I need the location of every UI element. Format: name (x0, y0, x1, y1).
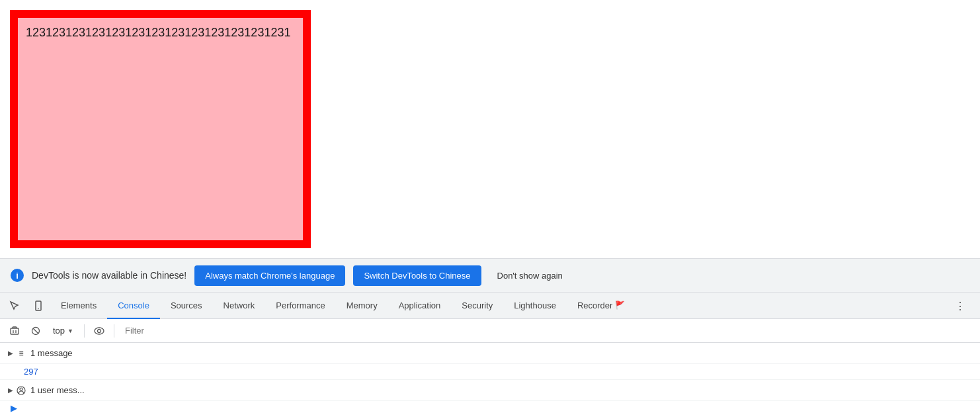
svg-point-1 (38, 308, 39, 310)
user-icon (16, 385, 26, 396)
console-row-user[interactable]: ▶ 1 user mess... (0, 380, 980, 401)
switch-chinese-button[interactable]: Switch DevTools to Chinese (353, 265, 481, 286)
tab-sources[interactable]: Sources (160, 293, 213, 319)
list-icon-1: ≡ (16, 348, 26, 359)
eye-button[interactable] (90, 322, 108, 340)
block-icon-button[interactable] (26, 322, 45, 340)
console-row-arrow[interactable]: ▶ (0, 401, 980, 415)
context-selector[interactable]: top ▼ (48, 324, 79, 337)
cursor-icon (9, 300, 20, 311)
dont-show-again-button[interactable]: Don't show again (489, 265, 571, 286)
match-language-button[interactable]: Always match Chrome's language (194, 265, 345, 286)
svg-rect-2 (11, 328, 19, 334)
pink-box: 1231231231231231231231231231231231231231 (18, 18, 303, 240)
svg-point-10 (20, 388, 22, 391)
infobar-text: DevTools is now available in Chinese! (32, 270, 186, 281)
red-box: 1231231231231231231231231231231231231231 (10, 10, 311, 248)
inspect-element-button[interactable] (3, 293, 26, 319)
devtools-tabs-bar: Elements Console Sources Network Perform… (0, 293, 980, 319)
tab-lighthouse[interactable]: Lighthouse (503, 293, 567, 319)
tab-elements[interactable]: Elements (50, 293, 107, 319)
info-bar: i DevTools is now available in Chinese! … (0, 258, 980, 293)
tab-application[interactable]: Application (388, 293, 452, 319)
browser-content: 1231231231231231231231231231231231231231 (0, 0, 980, 258)
device-toggle-button[interactable] (26, 293, 50, 319)
tab-performance[interactable]: Performance (265, 293, 335, 319)
more-tabs-icon: ⋮ (955, 300, 965, 312)
tab-recorder[interactable]: Recorder 🚩 (567, 293, 635, 319)
console-row-number[interactable]: 297 (0, 364, 980, 380)
toolbar-divider2 (114, 324, 114, 338)
tab-security[interactable]: Security (451, 293, 503, 319)
toolbar-divider (84, 324, 85, 338)
eye-icon (94, 327, 104, 335)
info-icon: i (11, 269, 24, 282)
user-circle-icon (17, 386, 26, 395)
console-row-message[interactable]: ▶ ≡ 1 message (0, 343, 980, 364)
clear-console-button[interactable] (5, 322, 24, 340)
console-toolbar: top ▼ (0, 319, 980, 343)
expand-arrow-1[interactable]: ▶ (5, 348, 16, 359)
top-label: top (53, 326, 65, 336)
console-messages: ▶ ≡ 1 message 297 ▶ 1 user mess... ▶ (0, 343, 980, 415)
svg-point-7 (95, 328, 104, 334)
expand-arrow-2[interactable]: ▶ (5, 385, 16, 396)
svg-point-8 (98, 329, 101, 332)
svg-line-6 (33, 328, 38, 334)
recorder-icon: 🚩 (615, 300, 625, 310)
block-icon (31, 326, 40, 336)
more-tabs-button[interactable]: ⋮ (948, 293, 972, 319)
blue-chevron-right[interactable]: ▶ (5, 404, 17, 413)
chevron-down-icon: ▼ (67, 328, 73, 334)
tab-memory[interactable]: Memory (336, 293, 388, 319)
console-number-value: 297 (24, 367, 38, 377)
filter-input[interactable] (120, 326, 975, 336)
message-1-text: 1 message (30, 348, 975, 358)
mobile-icon (33, 300, 44, 311)
tab-console[interactable]: Console (107, 293, 160, 319)
clear-icon (10, 326, 19, 336)
tab-network[interactable]: Network (213, 293, 266, 319)
message-2-text: 1 user mess... (30, 385, 975, 395)
box-number-text: 1231231231231231231231231231231231231231 (26, 26, 290, 40)
